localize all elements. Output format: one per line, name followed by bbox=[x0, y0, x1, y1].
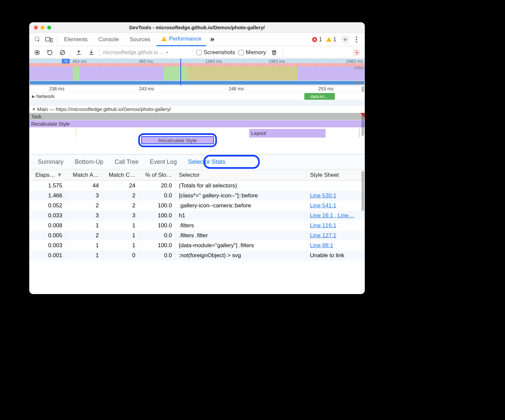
subtab-event-log[interactable]: Event Log bbox=[145, 157, 181, 167]
svg-point-11 bbox=[356, 52, 358, 53]
table-row[interactable]: 0.001100.0:not(foreignObject) > svgUnabl… bbox=[29, 251, 365, 261]
error-count-badge[interactable]: 1 bbox=[312, 37, 322, 43]
col-match-count[interactable]: Match C… bbox=[102, 170, 139, 181]
cell-stylesheet[interactable]: Line 541:1 bbox=[307, 201, 365, 211]
cell-pct-slow: 0.0 bbox=[139, 191, 175, 201]
subtab-bottom-up[interactable]: Bottom-Up bbox=[70, 157, 108, 167]
tab-console[interactable]: Console bbox=[94, 33, 124, 46]
table-row[interactable]: 0.03333100.0h1Line 16:1 , Line… bbox=[29, 211, 365, 221]
cell-pct-slow: 100.0 bbox=[139, 201, 175, 211]
flame-task-label: Task bbox=[29, 114, 42, 119]
close-button[interactable] bbox=[34, 26, 38, 30]
minimize-button[interactable] bbox=[41, 26, 45, 30]
cell-match-count: 1 bbox=[102, 221, 139, 231]
more-icon[interactable] bbox=[352, 35, 361, 45]
flamechart[interactable]: ▶ Network data:im… ▼ Main — https://micr… bbox=[29, 93, 365, 155]
overview-selection-handle[interactable] bbox=[62, 59, 70, 63]
table-row[interactable]: 0.00811100.0.filtersLine 116:1 bbox=[29, 221, 365, 231]
error-icon bbox=[312, 37, 318, 43]
selector-stats-table[interactable]: Elaps… ▼ Match A… Match C… % of Slo… Sel… bbox=[29, 170, 365, 294]
collect-garbage-icon[interactable] bbox=[269, 48, 279, 57]
col-stylesheet[interactable]: Style Sheet bbox=[307, 170, 365, 181]
table-row[interactable]: 1.466320.0[class*=" gallery-icon--"]::be… bbox=[29, 191, 365, 201]
overview-net-bar2 bbox=[285, 82, 352, 84]
screenshots-checkbox-input[interactable] bbox=[196, 50, 202, 55]
table-scroll-thumb[interactable] bbox=[361, 171, 364, 211]
reload-icon[interactable] bbox=[45, 48, 54, 57]
settings-icon[interactable] bbox=[340, 35, 350, 45]
capture-settings-icon[interactable] bbox=[352, 48, 361, 57]
table-row[interactable]: 0.00311100.0[data-module="gallery"] .fil… bbox=[29, 241, 365, 251]
timeline-overview[interactable]: 463 ms 963 ms 1463 ms 1963 ms 2463 ms CP… bbox=[29, 59, 365, 85]
cell-elapsed: 0.008 bbox=[29, 221, 66, 231]
cell-stylesheet[interactable]: Line 530:1 bbox=[307, 191, 365, 201]
table-row[interactable]: 0.005210.0.filters .filterLine 127:1 bbox=[29, 231, 365, 241]
col-pct-slow[interactable]: % of Slo… bbox=[139, 170, 175, 181]
zoom-button[interactable] bbox=[47, 26, 51, 30]
memory-checkbox-input[interactable] bbox=[239, 50, 244, 55]
cell-stylesheet[interactable]: Line 116:1 bbox=[307, 221, 365, 231]
flame-network-row[interactable]: ▶ Network data:im… bbox=[29, 93, 365, 100]
expand-icon[interactable]: ▶ bbox=[32, 94, 35, 99]
col-selector[interactable]: Selector bbox=[175, 170, 307, 181]
cell-stylesheet[interactable]: Line 16:1 , Line… bbox=[307, 211, 365, 221]
cell-stylesheet[interactable]: Line 88:1 bbox=[307, 241, 365, 251]
table-row[interactable]: 1.575442420.0(Totals for all selectors) bbox=[29, 181, 365, 191]
overview-net-label: NET bbox=[355, 80, 363, 85]
stylesheet-link[interactable]: Line 88:1 bbox=[310, 242, 333, 249]
record-icon[interactable] bbox=[33, 48, 42, 57]
stylesheet-link[interactable]: Line 16:1 , Line… bbox=[310, 212, 354, 219]
ruler-scroll-thumb[interactable] bbox=[361, 86, 364, 92]
save-profile-icon[interactable] bbox=[87, 48, 96, 57]
subtab-call-tree[interactable]: Call Tree bbox=[110, 157, 143, 167]
clear-icon[interactable] bbox=[58, 48, 67, 57]
cell-selector: .gallery-icon--camera::before bbox=[175, 201, 307, 211]
table-row[interactable]: 0.05222100.0.gallery-icon--camera::befor… bbox=[29, 201, 365, 211]
svg-rect-1 bbox=[46, 37, 50, 41]
flame-task-bar[interactable]: Task bbox=[29, 113, 365, 120]
col-elapsed[interactable]: Elaps… ▼ bbox=[29, 170, 66, 181]
load-profile-icon[interactable] bbox=[74, 48, 83, 57]
overview-cpu-area bbox=[29, 66, 365, 80]
overview-tick: 963 ms bbox=[139, 59, 153, 64]
tab-performance[interactable]: Performance bbox=[156, 33, 206, 46]
divider bbox=[56, 36, 57, 43]
cell-selector: [data-module="gallery"] .filters bbox=[175, 241, 307, 251]
subtab-selector-stats[interactable]: Selector Stats bbox=[183, 157, 230, 167]
flame-recalc-bar[interactable]: Recalculate Style bbox=[29, 120, 365, 128]
overview-tick: 1463 ms bbox=[205, 59, 222, 64]
flame-scroll-thumb[interactable] bbox=[361, 113, 364, 136]
svg-point-6 bbox=[356, 39, 357, 40]
flame-main-row[interactable]: ▼ Main — https://microsoftedge.github.io… bbox=[29, 106, 365, 113]
svg-point-5 bbox=[356, 37, 357, 38]
overview-scrubber[interactable] bbox=[180, 59, 181, 85]
tab-performance-label: Performance bbox=[169, 32, 201, 46]
tab-sources[interactable]: Sources bbox=[125, 33, 155, 46]
stylesheet-link[interactable]: Line 127:1 bbox=[310, 232, 336, 239]
collapse-icon[interactable]: ▼ bbox=[32, 107, 36, 112]
flame-layout-bar[interactable]: Layout bbox=[249, 129, 326, 138]
site-dropdown-label: microsoftedge.github.io ... bbox=[103, 50, 164, 55]
device-toolbar-icon[interactable] bbox=[44, 35, 54, 45]
cell-stylesheet[interactable]: Line 127:1 bbox=[307, 231, 365, 241]
flame-network-item[interactable]: data:im… bbox=[304, 93, 335, 100]
memory-checkbox[interactable]: Memory bbox=[239, 49, 266, 56]
cell-match-count: 1 bbox=[102, 241, 139, 251]
more-tabs-icon[interactable] bbox=[207, 35, 217, 45]
col-match-attempt[interactable]: Match A… bbox=[66, 170, 102, 181]
performance-toolbar: microsoftedge.github.io ... Screenshots … bbox=[29, 46, 365, 59]
cell-match-count: 1 bbox=[102, 231, 139, 241]
tab-elements[interactable]: Elements bbox=[59, 33, 92, 46]
cell-stylesheet: Unable to link bbox=[307, 251, 365, 261]
screenshots-checkbox[interactable]: Screenshots bbox=[196, 49, 235, 56]
inspect-icon[interactable] bbox=[33, 35, 43, 45]
flame-network-label: Network bbox=[36, 93, 54, 99]
cell-elapsed: 0.052 bbox=[29, 201, 66, 211]
sort-desc-icon: ▼ bbox=[57, 172, 62, 178]
subtab-summary[interactable]: Summary bbox=[33, 157, 68, 167]
stylesheet-link[interactable]: Line 530:1 bbox=[310, 192, 336, 199]
site-dropdown[interactable]: microsoftedge.github.io ... bbox=[103, 50, 189, 55]
stylesheet-link[interactable]: Line 541:1 bbox=[310, 202, 336, 209]
stylesheet-link[interactable]: Line 116:1 bbox=[310, 222, 336, 229]
warning-count-badge[interactable]: 1 bbox=[326, 37, 336, 43]
